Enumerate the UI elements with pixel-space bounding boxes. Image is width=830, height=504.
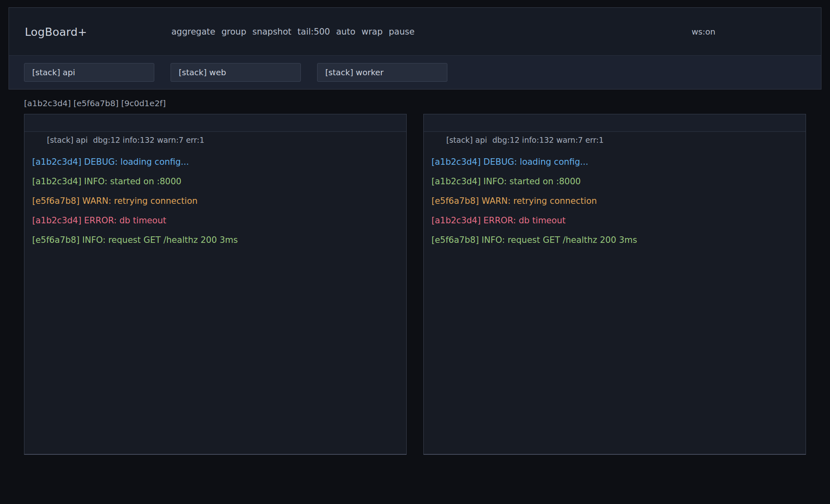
log-line: [a1b2c3d4] DEBUG: loading config... [431, 152, 798, 172]
top-bar-container: LogBoard+ aggregate group snapshot tail:… [9, 7, 821, 89]
panel-level-stats: dbg:12 info:132 warn:7 err:1 [493, 135, 604, 144]
log-panel-header: [stack] apidbg:12 info:132 warn:7 err:1 [24, 114, 406, 132]
stack-tab-api[interactable]: [stack] api [24, 63, 154, 82]
app-title: LogBoard+ [25, 25, 87, 38]
log-panel-right: [stack] apidbg:12 info:132 warn:7 err:1 … [423, 114, 806, 455]
toolbar-item-tail[interactable]: tail:500 [298, 27, 330, 37]
log-panel-header: [stack] apidbg:12 info:132 warn:7 err:1 [424, 114, 806, 132]
panel-source-label: [stack] api [47, 135, 88, 144]
toolbar: aggregate group snapshot tail:500 auto w… [171, 27, 414, 37]
app-header: LogBoard+ aggregate group snapshot tail:… [9, 8, 821, 56]
toolbar-item-snapshot[interactable]: snapshot [252, 27, 291, 37]
toolbar-item-aggregate[interactable]: aggregate [171, 27, 215, 37]
toolbar-item-wrap[interactable]: wrap [361, 27, 383, 37]
toolbar-item-group[interactable]: group [221, 27, 246, 37]
log-line: [e5f6a7b8] WARN: retrying connection [32, 191, 399, 211]
log-line: [e5f6a7b8] WARN: retrying connection [431, 191, 798, 211]
panel-level-stats: dbg:12 info:132 warn:7 err:1 [93, 135, 205, 144]
stack-tab-web[interactable]: [stack] web [171, 63, 301, 82]
log-line: [e5f6a7b8] INFO: request GET /healthz 20… [32, 230, 399, 250]
toolbar-item-pause[interactable]: pause [389, 27, 414, 37]
ws-status-badge[interactable]: ws:on [692, 27, 715, 37]
stack-tab-row: [stack] api [stack] web [stack] worker [9, 56, 821, 89]
log-line: [a1b2c3d4] INFO: started on :8000 [32, 172, 399, 191]
log-panel-body: [a1b2c3d4] DEBUG: loading config... [a1b… [424, 132, 806, 250]
stack-tab-worker[interactable]: [stack] worker [317, 63, 447, 82]
toolbar-item-auto[interactable]: auto [336, 27, 355, 37]
log-line: [a1b2c3d4] INFO: started on :8000 [431, 172, 798, 191]
log-panels: [stack] apidbg:12 info:132 warn:7 err:1 … [24, 114, 806, 455]
log-line: [a1b2c3d4] ERROR: db timeout [32, 211, 399, 230]
log-line: [a1b2c3d4] DEBUG: loading config... [32, 152, 399, 172]
panel-source-label: [stack] api [446, 135, 487, 144]
log-line: [a1b2c3d4] ERROR: db timeout [431, 211, 798, 230]
log-panel-body: [a1b2c3d4] DEBUG: loading config... [a1b… [24, 132, 406, 250]
log-panel-left: [stack] apidbg:12 info:132 warn:7 err:1 … [24, 114, 407, 455]
log-line: [e5f6a7b8] INFO: request GET /healthz 20… [431, 230, 798, 250]
trace-id-filters: [a1b2c3d4] [e5f6a7b8] [9c0d1e2f] [24, 98, 166, 109]
